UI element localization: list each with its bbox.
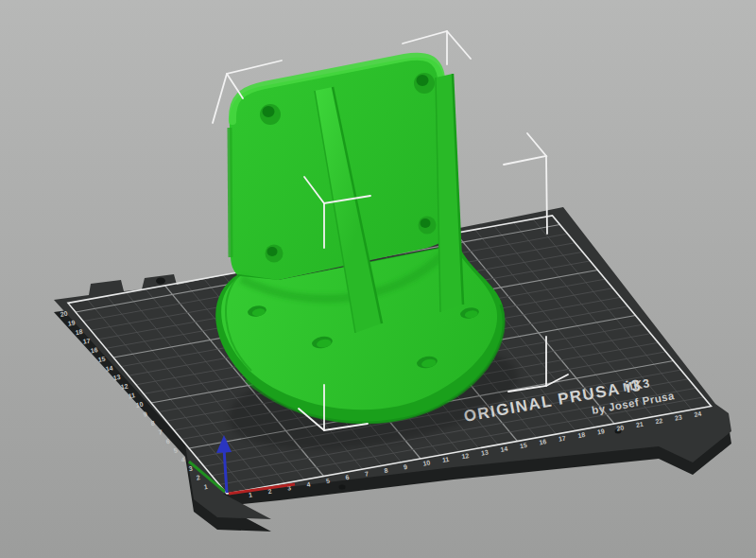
bed-x-label: 12 [461, 452, 470, 460]
bed-x-label: 13 [480, 448, 489, 456]
bed-y-label: 15 [97, 356, 106, 363]
viewport-3d[interactable]: 123456789101112131415161718192021222324 … [0, 0, 756, 558]
bed-y-label: 20 [60, 310, 68, 318]
bed-y-label: 19 [67, 319, 76, 326]
bed-x-label: 14 [500, 445, 508, 453]
bed-x-label: 24 [694, 410, 702, 418]
bed-front-hole [339, 485, 346, 490]
bed-x-label: 11 [441, 456, 450, 463]
bed-x-label: 23 [674, 413, 682, 421]
bracket-plate-hole [419, 217, 437, 235]
bed-x-label: 17 [558, 435, 566, 443]
bed-y-label: 13 [112, 374, 121, 381]
bracket-plate-hole [414, 73, 435, 94]
bed-x-label: 20 [616, 424, 625, 431]
bed-y-label: 16 [90, 346, 98, 354]
bracket-plate-hole [266, 245, 284, 263]
bed-y-label: 11 [128, 392, 136, 399]
bed-y-label: 14 [105, 364, 113, 372]
bed-x-label: 21 [635, 421, 644, 428]
bed-x-label: 10 [422, 459, 431, 466]
bed-x-label: 18 [577, 431, 586, 439]
bed-tab-hole [156, 278, 165, 285]
bed-x-label: 19 [596, 427, 605, 435]
bracket-plate-left-edge [230, 128, 231, 257]
bed-y-label: 17 [82, 338, 91, 345]
bed-x-label: 16 [539, 438, 547, 445]
bed-y-label: 18 [75, 328, 83, 336]
bed-x-label: 22 [655, 417, 663, 425]
bed-y-label: 12 [120, 383, 129, 391]
bracket-plate-hole [260, 104, 281, 125]
bed-x-label: 15 [519, 442, 527, 449]
bed-y-label: 10 [135, 401, 144, 409]
